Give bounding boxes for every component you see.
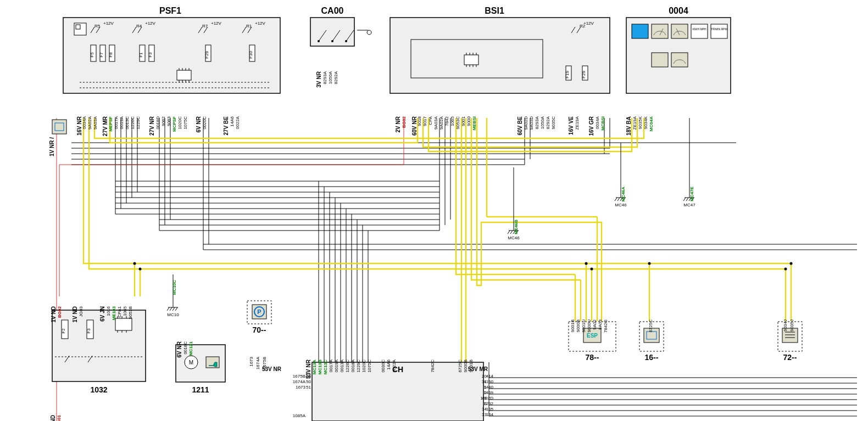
svg-text:P: P [257, 308, 261, 315]
svg-text:0019A: 0019A [119, 116, 124, 129]
module-1032: 1032 F2 F3 [52, 310, 146, 394]
svg-text:BSI1: BSI1 [485, 6, 504, 15]
svg-text:0034A: 0034A [82, 116, 87, 129]
svg-text:60V BE: 60V BE [517, 116, 523, 136]
svg-text:9A02A: 9A02A [87, 116, 92, 130]
svg-text:6V JN: 6V JN [99, 306, 105, 322]
svg-text:1050A: 1050A [328, 71, 333, 84]
svg-text:2: 2 [485, 390, 487, 395]
svg-text:MEPSF: MEPSF [108, 116, 113, 132]
svg-text:+12V: +12V [255, 21, 266, 26]
svg-text:9A03D: 9A03D [529, 116, 534, 130]
svg-text:27V NR: 27V NR [149, 116, 155, 136]
wiring-diagram: PSF1 R5+12V R4+12V R7+12V R1+12V F5 F7 F… [0, 0, 868, 421]
svg-text:3V NR: 3V NR [316, 71, 322, 87]
svg-point-57 [648, 262, 651, 265]
svg-text:1065: 1065 [450, 116, 455, 126]
svg-text:1032: 1032 [90, 385, 107, 394]
svg-text:0019A: 0019A [334, 359, 339, 372]
svg-text:6V NR: 6V NR [196, 116, 202, 132]
svg-text:ME46B: ME46B [514, 220, 519, 234]
svg-text:9035K: 9035K [638, 116, 643, 129]
conn-16: 6725C [648, 319, 653, 333]
svg-text:9A03A: 9A03A [93, 116, 98, 130]
svg-text:1020C: 1020C [361, 360, 366, 373]
svg-text:MC121: MC121 [188, 341, 193, 355]
svg-text:ME103: ME103 [112, 306, 116, 320]
conn-78: 9001B 9000B 9001U 9000U 9A02 9A03 7842G [570, 319, 608, 333]
svg-text:1673: 1673 [249, 356, 254, 366]
conn-0004: 18V BA ZE19A 9035K 9034K MC04A [626, 116, 654, 136]
svg-text:9A02A: 9A02A [439, 116, 444, 130]
svg-text:1673: 1673 [296, 385, 305, 390]
svg-text:+12V: +12V [103, 21, 114, 26]
ground-mc10: MC10 MC10C [167, 274, 179, 317]
svg-text:0018A: 0018A [350, 359, 355, 372]
svg-text:+12V: +12V [211, 21, 222, 26]
svg-text:+12V: +12V [583, 21, 594, 26]
svg-text:18V BA: 18V BA [626, 116, 632, 136]
svg-text:134: 134 [486, 412, 494, 417]
svg-text:8293A: 8293A [535, 116, 539, 129]
svg-text:53V MR: 53V MR [468, 366, 488, 372]
svg-rect-86 [177, 70, 191, 80]
svg-text:9000: 9000 [466, 116, 471, 126]
svg-point-89 [318, 40, 320, 42]
conn-ch-left: 53V NR 1675B49 1674A50 167351 1085A [262, 366, 311, 418]
svg-text:MEBSI: MEBSI [472, 116, 477, 130]
svg-rect-123 [115, 318, 132, 330]
module-0004: 0004 KM/H MPH TR/MIN RPM [626, 6, 731, 93]
conn-psf1-b: 27V NR 0018D 9062 9063 MCPSF 1020C 1075C [149, 116, 188, 136]
svg-point-59 [784, 268, 787, 271]
svg-text:MC04A: MC04A [649, 116, 654, 131]
module-bsi1: BSI1 R2 +12V F19 F29 [390, 6, 610, 93]
svg-rect-104 [632, 24, 648, 38]
svg-text:CPA1: CPA1 [117, 306, 122, 317]
svg-rect-113 [652, 53, 668, 67]
svg-text:1675B: 1675B [293, 374, 305, 379]
svg-text:CA00: CA00 [321, 6, 344, 15]
svg-text:MC10C: MC10C [172, 280, 177, 295]
svg-text:F8: F8 [108, 52, 113, 58]
svg-text:1075C: 1075C [367, 360, 372, 373]
wire-yellow-bus [84, 118, 791, 362]
svg-text:16V VE: 16V VE [568, 116, 574, 135]
svg-text:F2: F2 [61, 328, 66, 334]
svg-text:0022A: 0022A [235, 116, 240, 129]
svg-text:31: 31 [482, 379, 487, 384]
svg-text:1: 1 [485, 385, 487, 390]
conn-bsi1-d: 16V VE ZE19A [568, 116, 580, 135]
svg-text:1226C: 1226C [130, 116, 135, 130]
svg-text:TR/MIN
RPM: TR/MIN RPM [711, 27, 727, 31]
svg-text:1020C: 1020C [177, 116, 182, 130]
svg-text:1075C: 1075C [183, 116, 188, 130]
svg-rect-111 [711, 24, 727, 38]
svg-text:MC46: MC46 [615, 203, 627, 207]
svg-text:0020C: 0020C [202, 116, 207, 130]
svg-text:27V BE: 27V BE [223, 116, 229, 136]
svg-rect-95 [464, 55, 478, 65]
svg-text:2V NR: 2V NR [395, 116, 401, 132]
svg-text:F29: F29 [581, 71, 586, 78]
svg-text:MC13C: MC13C [323, 360, 328, 374]
conn-psf1-c: 6V NR 0020C [196, 116, 207, 132]
svg-text:MCPSF: MCPSF [172, 116, 177, 132]
svg-text:33: 33 [482, 412, 487, 417]
svg-text:F3: F3 [148, 52, 153, 58]
svg-text:MC46A: MC46A [621, 187, 626, 201]
svg-text:7842C: 7842C [430, 360, 435, 373]
svg-text:9A03: 9A03 [598, 319, 603, 329]
svg-text:9000U: 9000U [587, 319, 592, 333]
svg-text:9001: 9001 [461, 116, 466, 126]
svg-text:MC10: MC10 [167, 312, 179, 317]
svg-text:27V MR: 27V MR [102, 116, 108, 136]
svg-text:CPA: CPA [428, 116, 433, 125]
svg-text:0013A: 0013A [340, 359, 344, 372]
svg-text:M: M [189, 360, 193, 366]
svg-text:9053C: 9053C [455, 116, 460, 130]
svg-text:9053B: 9053B [128, 306, 133, 319]
svg-text:414: 414 [486, 374, 494, 379]
conn-bsi1-c: 60V BE 9A02D 9A03D 8293A 1050A 8292A 903… [517, 116, 556, 135]
svg-text:9000B: 9000B [463, 360, 468, 372]
svg-text:70--: 70-- [253, 325, 266, 334]
